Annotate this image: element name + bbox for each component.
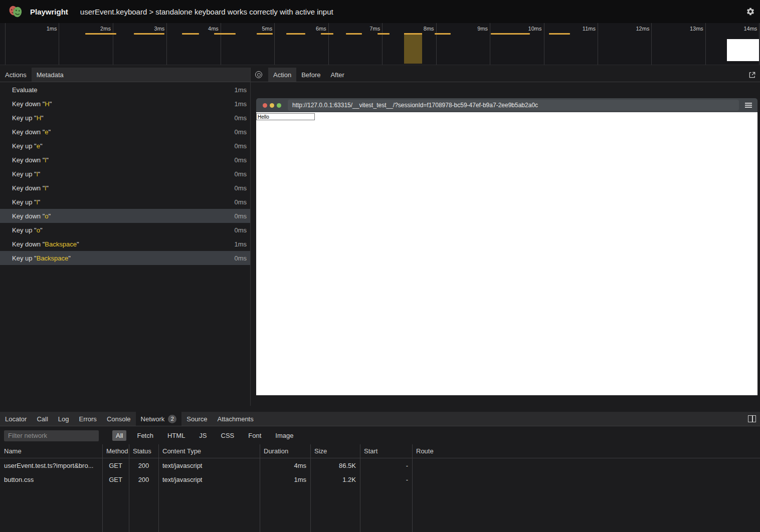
bottom-tab-call[interactable]: Call bbox=[32, 412, 53, 426]
timeline-action-bar[interactable] bbox=[435, 33, 451, 35]
timeline-action-bar[interactable] bbox=[182, 33, 199, 35]
timeline-tick-label: 9ms bbox=[458, 26, 488, 32]
filter-chip-js[interactable]: JS bbox=[196, 430, 210, 441]
snapshot-tab-before[interactable]: Before bbox=[296, 68, 325, 82]
action-row[interactable]: Key up "H" 0ms bbox=[0, 111, 250, 125]
timeline-action-bar[interactable] bbox=[549, 33, 570, 35]
filter-chip-css[interactable]: CSS bbox=[218, 430, 238, 441]
action-key: l bbox=[45, 156, 46, 164]
filter-chip-fetch[interactable]: Fetch bbox=[133, 430, 157, 441]
tab-actions[interactable]: Actions bbox=[0, 68, 32, 82]
timeline-gridline bbox=[544, 23, 544, 65]
timeline-gridline bbox=[759, 23, 759, 65]
action-key: e bbox=[37, 142, 40, 150]
bottom-tab-network[interactable]: Network2 bbox=[136, 412, 182, 426]
network-filter-input[interactable] bbox=[4, 430, 99, 441]
app-title: Playwright bbox=[30, 8, 68, 16]
column-header-size[interactable]: Size bbox=[310, 447, 360, 455]
timeline-action-bar[interactable] bbox=[377, 33, 390, 35]
action-row[interactable]: Key down "l" 0ms bbox=[0, 181, 250, 195]
action-key: o bbox=[37, 226, 40, 234]
timeline-gridline bbox=[436, 23, 437, 65]
network-request-row[interactable]: userEvent.test.ts?import&bro...GET200tex… bbox=[0, 458, 760, 472]
snapshot-area: http://127.0.0.1:63315/__vitest_test__/?… bbox=[251, 83, 760, 406]
action-duration: 1ms bbox=[234, 86, 247, 94]
action-label: Key up bbox=[12, 226, 32, 234]
action-key: H bbox=[37, 114, 41, 122]
bottom-tab-attachments[interactable]: Attachments bbox=[212, 412, 258, 426]
bottom-tab-log[interactable]: Log bbox=[53, 412, 74, 426]
action-row[interactable]: Key down "o" 0ms bbox=[0, 209, 250, 223]
action-row[interactable]: Key down "l" 0ms bbox=[0, 153, 250, 167]
timeline-gridline bbox=[5, 23, 6, 65]
page-text-input[interactable] bbox=[256, 113, 315, 120]
timeline-gridline bbox=[274, 23, 275, 65]
column-header-status[interactable]: Status bbox=[129, 447, 158, 455]
timeline-tick-label: 6ms bbox=[296, 26, 326, 32]
filter-chip-all[interactable]: All bbox=[112, 430, 126, 441]
action-row[interactable]: Key up "l" 0ms bbox=[0, 167, 250, 181]
timeline-screenshot-thumbnail[interactable] bbox=[727, 39, 759, 61]
open-in-new-window-icon[interactable] bbox=[748, 71, 756, 79]
column-header-method[interactable]: Method bbox=[102, 447, 129, 455]
bottom-tab-console[interactable]: Console bbox=[102, 412, 136, 426]
timeline-action-bar[interactable] bbox=[286, 33, 305, 35]
action-duration: 1ms bbox=[234, 100, 247, 108]
action-row[interactable]: Key up "o" 0ms bbox=[0, 223, 250, 237]
pick-locator-icon[interactable] bbox=[255, 71, 262, 78]
timeline-action-bar[interactable] bbox=[321, 33, 333, 35]
filter-chip-html[interactable]: HTML bbox=[164, 430, 188, 441]
timeline[interactable]: 1ms2ms3ms4ms5ms6ms7ms8ms9ms10ms11ms12ms1… bbox=[0, 23, 760, 65]
timeline-action-bar[interactable] bbox=[214, 33, 236, 35]
timeline-action-bar[interactable] bbox=[85, 33, 116, 35]
action-label: Key down bbox=[12, 212, 41, 220]
timeline-action-bar[interactable] bbox=[134, 33, 164, 35]
action-row[interactable]: Key up "e" 0ms bbox=[0, 139, 250, 153]
column-header-content-type[interactable]: Content Type bbox=[158, 447, 260, 455]
cell-status: 200 bbox=[129, 462, 158, 469]
column-header-start[interactable]: Start bbox=[360, 447, 412, 455]
filter-chip-font[interactable]: Font bbox=[245, 430, 265, 441]
action-row[interactable]: Key up "l" 0ms bbox=[0, 195, 250, 209]
address-bar: http://127.0.0.1:63315/__vitest_test__/?… bbox=[288, 100, 739, 111]
action-row[interactable]: Key up "Backspace" 0ms bbox=[0, 251, 250, 265]
timeline-tick-label: 5ms bbox=[242, 26, 272, 32]
action-duration: 0ms bbox=[234, 226, 247, 234]
tab-metadata[interactable]: Metadata bbox=[32, 68, 69, 82]
action-key: Backspace bbox=[45, 240, 77, 248]
settings-gear-icon[interactable] bbox=[746, 7, 755, 16]
network-type-filters: AllFetchHTMLJSCSSFontImage bbox=[105, 430, 297, 441]
action-list: Evaluate 1ms Key down "H" 1ms Key up "H"… bbox=[0, 83, 250, 406]
filter-chip-image[interactable]: Image bbox=[272, 430, 297, 441]
action-row[interactable]: Key down "e" 0ms bbox=[0, 125, 250, 139]
timeline-tick-label: 10ms bbox=[512, 26, 542, 32]
bottom-tab-locator[interactable]: Locator bbox=[0, 412, 32, 426]
page-url: http://127.0.0.1:63315/__vitest_test__/?… bbox=[292, 102, 538, 109]
bottom-tab-errors[interactable]: Errors bbox=[74, 412, 101, 426]
column-header-name[interactable]: Name bbox=[0, 447, 102, 455]
column-header-route[interactable]: Route bbox=[412, 447, 760, 455]
timeline-gridline bbox=[113, 23, 113, 65]
snapshot-tab-action[interactable]: Action bbox=[268, 68, 296, 82]
timeline-action-bar[interactable] bbox=[491, 33, 530, 35]
action-row[interactable]: Evaluate 1ms bbox=[0, 83, 250, 97]
toggle-layout-columns-icon[interactable] bbox=[748, 415, 756, 422]
action-row[interactable]: Key down "Backspace" 1ms bbox=[0, 237, 250, 251]
timeline-action-bar[interactable] bbox=[346, 33, 362, 35]
column-separator bbox=[260, 444, 260, 532]
timeline-selected-range[interactable] bbox=[404, 33, 422, 64]
timeline-action-bar[interactable] bbox=[257, 33, 273, 35]
action-label: Key down bbox=[12, 156, 41, 164]
cell-duration: 1ms bbox=[260, 476, 310, 483]
bottom-tab-source[interactable]: Source bbox=[181, 412, 212, 426]
action-label: Key down bbox=[12, 100, 41, 108]
network-request-row[interactable]: button.cssGET200text/javascript1ms1.2K- bbox=[0, 472, 760, 486]
action-row[interactable]: Key down "H" 1ms bbox=[0, 97, 250, 111]
cell-size: 1.2K bbox=[310, 476, 360, 483]
snapshot-tab-after[interactable]: After bbox=[325, 68, 349, 82]
timeline-tick-label: 13ms bbox=[673, 26, 703, 32]
timeline-tick-label: 1ms bbox=[27, 26, 57, 32]
close-dot-icon bbox=[263, 103, 267, 108]
action-key: Backspace bbox=[37, 254, 69, 262]
column-header-duration[interactable]: Duration bbox=[260, 447, 310, 455]
